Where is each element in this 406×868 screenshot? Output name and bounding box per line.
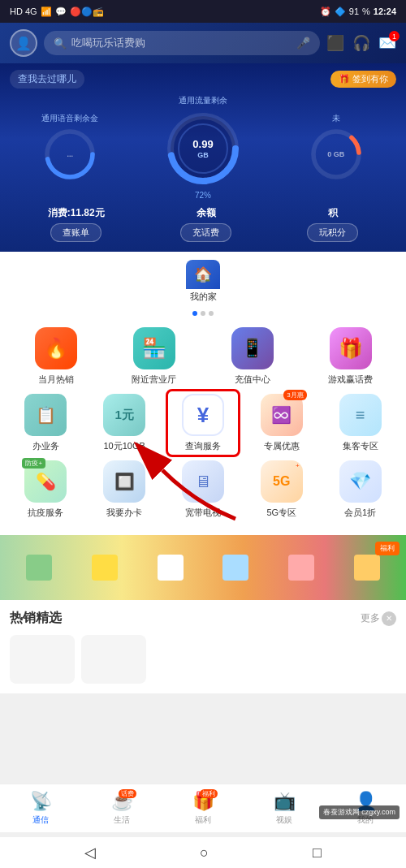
- close-icon: ✕: [382, 611, 396, 626]
- life-label: 生活: [114, 814, 130, 826]
- grid-item-exclusive[interactable]: ♾️ 3月惠 专属优惠: [249, 394, 314, 452]
- collect-icon: ≡: [339, 394, 382, 436]
- nav-life-icon-wrap: ☕ 话费: [111, 791, 133, 812]
- banner-area: 查我去过哪儿 🎁 签到有你 通用语音剩余金 ... 通用流量: [0, 63, 406, 252]
- exclusive-label: 专属优惠: [264, 440, 300, 452]
- voice-label: 通用语音剩余金: [41, 113, 98, 124]
- points-button[interactable]: 玩积分: [307, 223, 358, 242]
- grid-item-broadband[interactable]: 🖥 宽带电视: [171, 460, 235, 519]
- flow-percent: 72%: [195, 191, 211, 200]
- game-label: 游戏赢话费: [328, 374, 373, 386]
- checkin-button[interactable]: 🎁 签到有你: [330, 71, 396, 88]
- nav-item-comm[interactable]: 📡 通信: [30, 791, 52, 826]
- video-label: 视娱: [276, 814, 292, 826]
- dot-1: [192, 311, 197, 316]
- recharge-button[interactable]: 充话费: [180, 223, 231, 242]
- back-button[interactable]: ◁: [84, 844, 96, 862]
- grid-item-store[interactable]: 🏪 附近营业厅: [122, 327, 187, 386]
- grid-item-anti[interactable]: 💊 防疫+ 抗疫服务: [13, 460, 78, 519]
- nav-item-welfare[interactable]: 🎁 福利 福利: [192, 791, 214, 826]
- grid-item-recharge[interactable]: 📱 充值中心: [220, 327, 285, 386]
- avatar[interactable]: 👤: [10, 29, 37, 57]
- history-button[interactable]: 查我去过哪儿: [10, 70, 84, 89]
- voice-value: ...: [67, 149, 74, 158]
- house-icon: 🏠: [194, 266, 212, 283]
- chat-icon: 💬: [55, 6, 67, 17]
- flow-number: 0.99: [192, 138, 213, 151]
- voice-gauge: 通用语音剩余金 ...: [41, 113, 98, 183]
- query-icon: ¥: [182, 394, 224, 436]
- fiveg-text: 5G: [273, 474, 290, 489]
- comm-label: 通信: [32, 814, 49, 826]
- section-title: 热销精选: [10, 610, 62, 627]
- extra-gauge-circle: 0 GB: [308, 126, 365, 183]
- comm-icon: 📡: [30, 791, 52, 811]
- product-placeholder-1: [10, 635, 75, 684]
- store-emoji: 🏪: [142, 337, 166, 360]
- bill-button[interactable]: 查账单: [50, 223, 102, 242]
- welfare-badge: 福利: [200, 789, 218, 798]
- battery-text: 91: [349, 6, 359, 16]
- collect-emoji: ≡: [356, 406, 365, 425]
- office-icon: 🔲: [103, 460, 145, 503]
- grid-item-gb10[interactable]: 1元 10元10GB: [92, 394, 157, 452]
- scan-icon[interactable]: ⬛: [326, 34, 344, 52]
- broadband-label: 宽带电视: [185, 507, 221, 519]
- bluetooth-icon: 🔷: [335, 6, 346, 17]
- grid-item-business[interactable]: 📋 办业务: [13, 394, 78, 452]
- grid-row-3: 💊 防疫+ 抗疫服务 🔲 我要办卡 🖥 宽带电视 5G: [6, 460, 400, 519]
- consume-value: 消费:11.82元: [48, 206, 105, 220]
- promo-block-1: [26, 555, 52, 581]
- nav-welfare-icon-wrap: 🎁 福利: [192, 791, 214, 812]
- header-icons: ⬛ 🎧 ✉️ 1: [326, 34, 396, 52]
- grid-item-office[interactable]: 🔲 我要办卡: [92, 460, 157, 519]
- watermark: 春蚕游戏网 czgxy.com: [319, 805, 400, 819]
- home-tab[interactable]: 🏠 我的家: [173, 257, 233, 306]
- grid-item-hot[interactable]: 🔥 当月热销: [24, 327, 89, 386]
- home-button[interactable]: ○: [200, 844, 209, 862]
- exclusive-icon: ♾️ 3月惠: [261, 394, 303, 436]
- grid-row-2: 📋 办业务 1元 10元10GB ¥ 查询服务 ♾️: [6, 394, 400, 452]
- collect-label: 集客专区: [343, 440, 378, 452]
- extra-gauge: 未 0 GB: [308, 113, 365, 183]
- game-icon: 🎁: [330, 327, 372, 369]
- nav-item-life[interactable]: ☕ 话费 生活: [111, 791, 133, 826]
- welfare-label: 福利: [195, 814, 211, 826]
- grid-item-game[interactable]: 🎁 游戏赢话费: [318, 327, 383, 386]
- voice-gauge-circle: ...: [41, 126, 98, 183]
- mail-icon-wrap[interactable]: ✉️ 1: [378, 34, 396, 52]
- recent-button[interactable]: □: [313, 844, 322, 862]
- status-left: HD 4G 📶 💬 🔴🔵📻: [10, 6, 104, 17]
- mail-badge: 1: [389, 31, 400, 41]
- more-button[interactable]: 更多 ✕: [361, 611, 396, 626]
- search-icon: 🔍: [54, 37, 67, 50]
- nav-item-video[interactable]: 📺 视娱: [274, 791, 296, 826]
- office-emoji: 🔲: [114, 472, 135, 491]
- headset-icon[interactable]: 🎧: [352, 34, 370, 52]
- status-bar: HD 4G 📶 💬 🔴🔵📻 ⏰ 🔷 91 % 12:24: [0, 0, 406, 23]
- grid-item-member[interactable]: 💎 会员1折: [328, 460, 393, 519]
- promo-block-6: [354, 555, 380, 581]
- search-placeholder: 吃喝玩乐话费购: [71, 36, 145, 50]
- flow-gauge-circle: 0.99 GB: [162, 108, 244, 189]
- alarm-icon: ⏰: [320, 6, 331, 17]
- recharge-icon: 📱: [231, 327, 274, 369]
- home-tab-label: 我的家: [190, 291, 217, 303]
- hot-label: 当月热销: [38, 374, 74, 386]
- promo-tag: 福利: [375, 542, 400, 555]
- data-display: 通用语音剩余金 ... 通用流量剩余: [10, 95, 396, 200]
- game-emoji: 🎁: [339, 337, 363, 360]
- status-right: ⏰ 🔷 91 % 12:24: [320, 6, 396, 17]
- broadband-icon: 🖥: [182, 460, 224, 503]
- dot-indicators: [0, 308, 406, 319]
- nav-comm-icon-wrap: 📡: [30, 791, 52, 812]
- gb10-label: 10元10GB: [104, 440, 145, 452]
- grid-item-query[interactable]: ¥ 查询服务: [171, 394, 235, 452]
- consume-info: 消费:11.82元 查账单: [48, 206, 105, 242]
- video-icon: 📺: [274, 791, 296, 812]
- search-box[interactable]: 🔍 吃喝玩乐话费购 🎤: [44, 31, 320, 55]
- gb10-icon: 1元: [103, 394, 145, 436]
- grid-item-collect[interactable]: ≡ 集客专区: [328, 394, 393, 452]
- checkin-icon: 🎁: [339, 74, 350, 84]
- grid-item-fiveg[interactable]: 5G + 5G专区: [249, 460, 314, 519]
